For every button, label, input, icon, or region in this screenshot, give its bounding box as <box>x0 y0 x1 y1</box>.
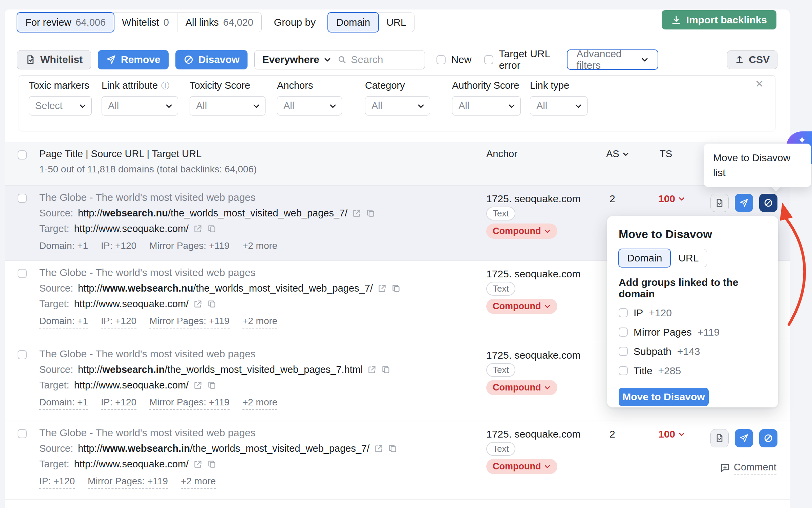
tab-for-review[interactable]: For review 64,006 <box>17 12 114 33</box>
external-link-icon[interactable] <box>193 460 202 469</box>
toxicity-badge[interactable]: Compound <box>486 459 557 474</box>
copy-icon[interactable] <box>207 460 216 469</box>
copy-icon[interactable] <box>391 284 401 293</box>
external-link-icon[interactable] <box>193 224 202 233</box>
group-tag[interactable]: IP: +120 <box>101 397 136 410</box>
source-url[interactable]: http://www.websearch.nu/the_worlds_most_… <box>78 283 373 294</box>
popup-option-subpath-checkbox[interactable] <box>619 347 628 356</box>
tab-whitelist[interactable]: Whitelist 0 <box>114 13 177 32</box>
group-tag[interactable]: Mirror Pages: +119 <box>149 397 230 410</box>
group-tag[interactable]: IP: +120 <box>39 476 75 489</box>
target-url[interactable]: http://www.seoquake.com/ <box>74 459 189 470</box>
toxicity-score-value[interactable]: 100 <box>658 428 685 440</box>
new-checkbox[interactable] <box>436 55 446 64</box>
group-tag[interactable]: IP: +120 <box>101 316 136 329</box>
group-tag[interactable]: Mirror Pages: +119 <box>149 240 230 253</box>
external-link-icon[interactable] <box>374 444 383 453</box>
group-by-url[interactable]: URL <box>378 13 414 32</box>
export-csv-button[interactable]: CSV <box>727 50 777 69</box>
popup-option-ip-checkbox[interactable] <box>619 308 628 317</box>
column-as-sort[interactable]: AS <box>606 148 629 160</box>
copy-icon[interactable] <box>207 381 216 390</box>
document-check-icon <box>715 433 724 443</box>
disavow-button[interactable]: Disavow <box>175 50 248 69</box>
close-filters-icon[interactable]: ✕ <box>755 78 764 90</box>
group-tag[interactable]: Mirror Pages: +119 <box>88 476 168 489</box>
group-by-domain[interactable]: Domain <box>327 12 379 33</box>
scope-select[interactable]: Everywhere <box>255 50 331 69</box>
filter-toxic-markers-label: Toxic markers <box>29 80 89 91</box>
popup-option-subpath-count: +143 <box>677 346 700 357</box>
group-tag[interactable]: Domain: +1 <box>39 240 88 253</box>
tab-all-links[interactable]: All links 64,020 <box>177 13 261 32</box>
group-tag[interactable]: +2 more <box>242 240 278 253</box>
group-tag[interactable]: +2 more <box>181 476 216 489</box>
no-entry-icon <box>764 433 773 443</box>
import-backlinks-button[interactable]: Import backlinks <box>662 10 776 29</box>
copy-icon[interactable] <box>207 224 216 233</box>
group-tag[interactable]: +2 more <box>242 397 278 410</box>
whitelist-button[interactable]: Whitelist <box>17 50 91 69</box>
advanced-filters-button[interactable]: Advanced filters <box>567 49 658 70</box>
filter-toxicity-score-select[interactable]: All <box>190 96 265 115</box>
target-url-error-checkbox[interactable] <box>484 55 493 64</box>
anchor-text: 1725. seoquake.com <box>486 428 581 440</box>
remove-button[interactable]: Remove <box>98 50 169 69</box>
external-link-icon[interactable] <box>378 284 387 293</box>
row-disavow-button[interactable] <box>759 194 777 212</box>
group-tag[interactable]: Domain: +1 <box>39 316 88 329</box>
search-input[interactable] <box>351 54 419 65</box>
target-url[interactable]: http://www.seoquake.com/ <box>74 380 189 391</box>
group-tag[interactable]: +2 more <box>242 316 278 329</box>
info-icon[interactable]: ⓘ <box>161 80 169 91</box>
filter-link-type-label: Link type <box>530 80 569 91</box>
copy-icon[interactable] <box>388 444 397 453</box>
popup-tab-url[interactable]: URL <box>670 249 707 267</box>
group-tag[interactable]: Mirror Pages: +119 <box>149 316 230 329</box>
filter-category-select[interactable]: All <box>365 96 430 115</box>
target-url[interactable]: http://www.seoquake.com/ <box>74 298 189 310</box>
row-checkbox[interactable] <box>18 269 27 278</box>
popup-option-mirror-pages-checkbox[interactable] <box>619 327 628 337</box>
copy-icon[interactable] <box>381 365 390 374</box>
toxicity-badge[interactable]: Compound <box>486 380 557 395</box>
comment-plus-icon <box>720 463 730 473</box>
target-url[interactable]: http://www.seoquake.com/ <box>74 223 189 234</box>
filter-link-type-select[interactable]: All <box>530 96 587 115</box>
external-link-icon[interactable] <box>193 381 202 390</box>
copy-icon[interactable] <box>207 299 216 309</box>
row-remove-button[interactable] <box>735 429 753 447</box>
filter-authority-score-select[interactable]: All <box>452 96 521 115</box>
row-whitelist-button[interactable] <box>710 194 729 212</box>
source-url[interactable]: http://websearch.in/the_worlds_most_visi… <box>78 364 363 375</box>
external-link-icon[interactable] <box>352 209 361 218</box>
row-whitelist-button[interactable] <box>710 429 729 447</box>
row-checkbox[interactable] <box>18 350 27 359</box>
row-remove-button[interactable] <box>735 194 753 212</box>
filter-link-attribute-select[interactable]: All <box>102 96 178 115</box>
filter-toxic-markers-select[interactable]: Select <box>29 96 92 115</box>
toxicity-badge[interactable]: Compound <box>486 299 557 314</box>
popup-move-to-disavow-button[interactable]: Move to Disavow <box>619 388 709 406</box>
row-checkbox[interactable] <box>18 194 27 203</box>
comment-link[interactable]: Comment <box>720 462 776 474</box>
select-all-checkbox[interactable] <box>18 150 27 160</box>
group-by-label: Group by <box>274 17 316 28</box>
source-url[interactable]: http://www.websearch.in/the_worlds_most_… <box>78 443 369 454</box>
external-link-icon[interactable] <box>367 365 377 374</box>
toxicity-badge[interactable]: Compound <box>486 224 557 239</box>
source-url[interactable]: http://websearch.nu/the_worlds_most_visi… <box>78 208 347 219</box>
row-disavow-button[interactable] <box>759 429 777 447</box>
popup-option-title-checkbox[interactable] <box>619 366 628 375</box>
row-checkbox[interactable] <box>18 429 27 438</box>
filter-anchors-select[interactable]: All <box>277 96 342 115</box>
copy-icon[interactable] <box>366 209 375 218</box>
toxicity-score-value[interactable]: 100 <box>658 193 685 205</box>
popup-tab-domain[interactable]: Domain <box>618 249 671 268</box>
group-tag[interactable]: Domain: +1 <box>39 397 88 410</box>
authority-score-value: 2 <box>610 428 615 440</box>
column-page-title: Page Title | Source URL | Target URL <box>39 148 201 160</box>
group-tag[interactable]: IP: +120 <box>101 240 136 253</box>
external-link-icon[interactable] <box>193 299 202 309</box>
group-tags: Domain: +1 IP: +120 Mirror Pages: +119 +… <box>39 397 390 410</box>
